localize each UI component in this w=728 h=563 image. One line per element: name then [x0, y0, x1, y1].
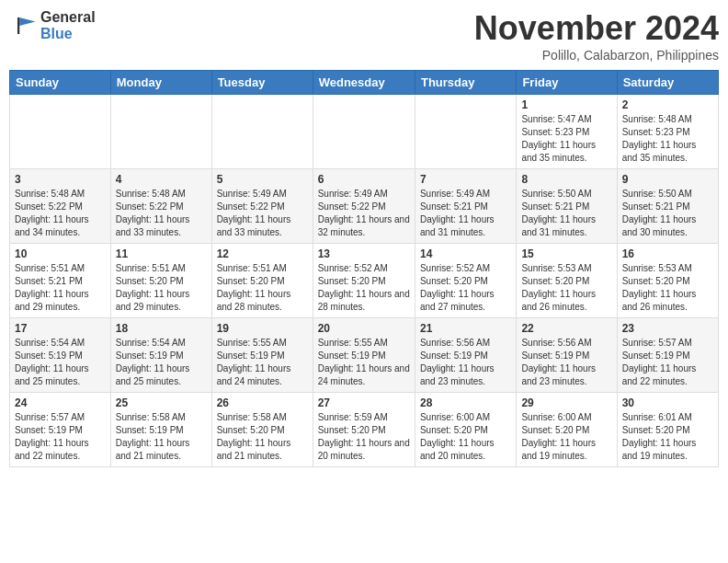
weekday-header: Sunday	[10, 71, 111, 95]
calendar-cell: 26Sunrise: 5:58 AM Sunset: 5:20 PM Dayli…	[211, 393, 313, 467]
day-number: 2	[622, 98, 713, 111]
day-detail: Sunrise: 5:49 AM Sunset: 5:22 PM Dayligh…	[318, 188, 410, 239]
day-detail: Sunrise: 5:48 AM Sunset: 5:22 PM Dayligh…	[116, 188, 207, 239]
calendar-cell: 17Sunrise: 5:54 AM Sunset: 5:19 PM Dayli…	[10, 318, 111, 393]
day-number: 9	[622, 173, 713, 186]
day-number: 30	[622, 396, 713, 409]
day-number: 12	[217, 247, 308, 260]
day-number: 15	[521, 247, 611, 260]
calendar-cell: 16Sunrise: 5:53 AM Sunset: 5:20 PM Dayli…	[617, 244, 718, 318]
day-number: 1	[521, 98, 611, 111]
title-block: November 2024 Polillo, Calabarzon, Phili…	[474, 9, 719, 63]
svg-rect-2	[17, 17, 19, 34]
calendar-cell: 12Sunrise: 5:51 AM Sunset: 5:20 PM Dayli…	[211, 244, 313, 318]
calendar-week-row: 17Sunrise: 5:54 AM Sunset: 5:19 PM Dayli…	[10, 318, 719, 393]
day-number: 10	[15, 247, 106, 260]
calendar-cell: 4Sunrise: 5:48 AM Sunset: 5:22 PM Daylig…	[110, 169, 211, 244]
calendar: SundayMondayTuesdayWednesdayThursdayFrid…	[9, 70, 719, 467]
day-detail: Sunrise: 5:52 AM Sunset: 5:20 PM Dayligh…	[318, 262, 410, 314]
calendar-cell: 21Sunrise: 5:56 AM Sunset: 5:19 PM Dayli…	[415, 318, 516, 393]
calendar-cell	[211, 95, 313, 169]
logo-icon	[9, 12, 37, 40]
calendar-cell: 29Sunrise: 6:00 AM Sunset: 5:20 PM Dayli…	[517, 393, 617, 467]
calendar-cell: 30Sunrise: 6:01 AM Sunset: 5:20 PM Dayli…	[617, 393, 718, 467]
calendar-week-row: 3Sunrise: 5:48 AM Sunset: 5:22 PM Daylig…	[10, 169, 719, 244]
day-detail: Sunrise: 6:00 AM Sunset: 5:20 PM Dayligh…	[420, 411, 511, 463]
calendar-cell: 23Sunrise: 5:57 AM Sunset: 5:19 PM Dayli…	[617, 318, 718, 393]
day-detail: Sunrise: 5:57 AM Sunset: 5:19 PM Dayligh…	[622, 337, 713, 388]
calendar-cell: 22Sunrise: 5:56 AM Sunset: 5:19 PM Dayli…	[517, 318, 617, 393]
day-number: 14	[420, 247, 511, 260]
day-detail: Sunrise: 5:58 AM Sunset: 5:19 PM Dayligh…	[116, 411, 207, 463]
calendar-cell: 8Sunrise: 5:50 AM Sunset: 5:21 PM Daylig…	[517, 169, 617, 244]
page-header: General Blue November 2024 Polillo, Cala…	[9, 9, 719, 63]
day-detail: Sunrise: 5:47 AM Sunset: 5:23 PM Dayligh…	[521, 113, 611, 165]
day-detail: Sunrise: 6:01 AM Sunset: 5:20 PM Dayligh…	[622, 411, 713, 463]
day-number: 16	[622, 247, 713, 260]
weekday-header: Monday	[110, 71, 211, 95]
calendar-cell: 28Sunrise: 6:00 AM Sunset: 5:20 PM Dayli…	[415, 393, 516, 467]
calendar-cell: 14Sunrise: 5:52 AM Sunset: 5:20 PM Dayli…	[415, 244, 516, 318]
day-detail: Sunrise: 5:58 AM Sunset: 5:20 PM Dayligh…	[217, 411, 308, 463]
day-number: 11	[116, 247, 207, 260]
day-number: 27	[318, 396, 410, 409]
day-detail: Sunrise: 5:49 AM Sunset: 5:21 PM Dayligh…	[420, 188, 511, 239]
day-number: 24	[15, 396, 106, 409]
day-number: 28	[420, 396, 511, 409]
location: Polillo, Calabarzon, Philippines	[474, 48, 719, 63]
weekday-header: Wednesday	[313, 71, 415, 95]
weekday-header-row: SundayMondayTuesdayWednesdayThursdayFrid…	[10, 71, 719, 95]
calendar-cell: 11Sunrise: 5:51 AM Sunset: 5:20 PM Dayli…	[110, 244, 211, 318]
day-number: 20	[318, 322, 410, 335]
svg-rect-0	[9, 12, 37, 40]
day-number: 7	[420, 173, 511, 186]
day-detail: Sunrise: 5:51 AM Sunset: 5:20 PM Dayligh…	[116, 262, 207, 314]
calendar-cell: 24Sunrise: 5:57 AM Sunset: 5:19 PM Dayli…	[10, 393, 111, 467]
calendar-cell	[110, 95, 211, 169]
calendar-cell: 27Sunrise: 5:59 AM Sunset: 5:20 PM Dayli…	[313, 393, 415, 467]
day-number: 25	[116, 396, 207, 409]
logo[interactable]: General Blue	[9, 9, 96, 41]
logo-blue: Blue	[40, 26, 96, 42]
day-detail: Sunrise: 6:00 AM Sunset: 5:20 PM Dayligh…	[521, 411, 611, 463]
weekday-header: Friday	[517, 71, 617, 95]
day-detail: Sunrise: 5:48 AM Sunset: 5:22 PM Dayligh…	[15, 188, 106, 239]
calendar-cell: 18Sunrise: 5:54 AM Sunset: 5:19 PM Dayli…	[110, 318, 211, 393]
day-detail: Sunrise: 5:55 AM Sunset: 5:19 PM Dayligh…	[318, 337, 410, 388]
logo-general: General	[40, 9, 96, 26]
weekday-header: Saturday	[617, 71, 718, 95]
day-number: 22	[521, 322, 611, 335]
day-number: 21	[420, 322, 511, 335]
calendar-week-row: 24Sunrise: 5:57 AM Sunset: 5:19 PM Dayli…	[10, 393, 719, 467]
day-number: 6	[318, 173, 410, 186]
calendar-cell	[313, 95, 415, 169]
day-detail: Sunrise: 5:51 AM Sunset: 5:20 PM Dayligh…	[217, 262, 308, 314]
day-detail: Sunrise: 5:49 AM Sunset: 5:22 PM Dayligh…	[217, 188, 308, 239]
day-number: 5	[217, 173, 308, 186]
day-number: 26	[217, 396, 308, 409]
calendar-cell: 3Sunrise: 5:48 AM Sunset: 5:22 PM Daylig…	[10, 169, 111, 244]
calendar-cell: 25Sunrise: 5:58 AM Sunset: 5:19 PM Dayli…	[110, 393, 211, 467]
day-number: 23	[622, 322, 713, 335]
day-detail: Sunrise: 5:52 AM Sunset: 5:20 PM Dayligh…	[420, 262, 511, 314]
day-detail: Sunrise: 5:50 AM Sunset: 5:21 PM Dayligh…	[622, 188, 713, 239]
calendar-cell: 10Sunrise: 5:51 AM Sunset: 5:21 PM Dayli…	[10, 244, 111, 318]
calendar-cell: 5Sunrise: 5:49 AM Sunset: 5:22 PM Daylig…	[211, 169, 313, 244]
day-detail: Sunrise: 5:55 AM Sunset: 5:19 PM Dayligh…	[217, 337, 308, 388]
calendar-cell: 6Sunrise: 5:49 AM Sunset: 5:22 PM Daylig…	[313, 169, 415, 244]
day-detail: Sunrise: 5:54 AM Sunset: 5:19 PM Dayligh…	[116, 337, 207, 388]
day-detail: Sunrise: 5:56 AM Sunset: 5:19 PM Dayligh…	[420, 337, 511, 388]
day-detail: Sunrise: 5:48 AM Sunset: 5:23 PM Dayligh…	[622, 113, 713, 165]
day-number: 29	[521, 396, 611, 409]
logo-text: General Blue	[40, 9, 96, 41]
calendar-cell: 15Sunrise: 5:53 AM Sunset: 5:20 PM Dayli…	[517, 244, 617, 318]
day-detail: Sunrise: 5:57 AM Sunset: 5:19 PM Dayligh…	[15, 411, 106, 463]
day-detail: Sunrise: 5:53 AM Sunset: 5:20 PM Dayligh…	[622, 262, 713, 314]
weekday-header: Tuesday	[211, 71, 313, 95]
calendar-cell: 20Sunrise: 5:55 AM Sunset: 5:19 PM Dayli…	[313, 318, 415, 393]
calendar-cell	[415, 95, 516, 169]
calendar-cell	[10, 95, 111, 169]
day-number: 8	[521, 173, 611, 186]
day-number: 18	[116, 322, 207, 335]
calendar-week-row: 1Sunrise: 5:47 AM Sunset: 5:23 PM Daylig…	[10, 95, 719, 169]
